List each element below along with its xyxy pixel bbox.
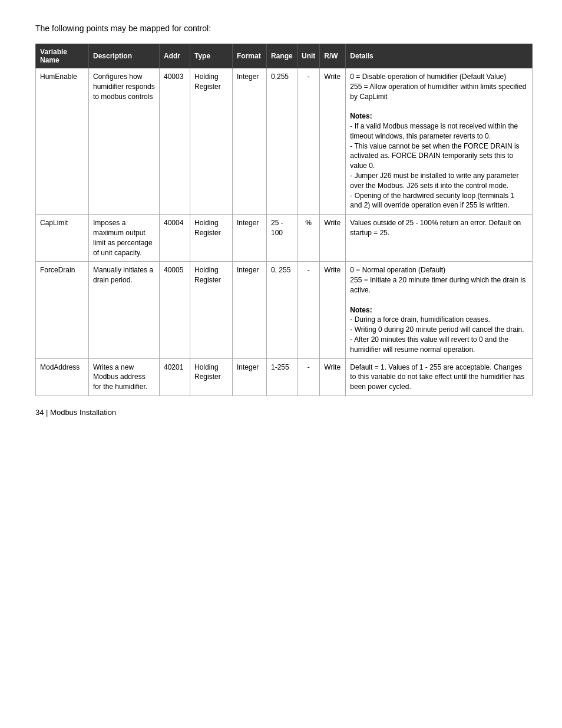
table-row: CapLimitImposes a maximum output limit a…	[36, 215, 533, 262]
cell-addr: 40005	[160, 262, 190, 358]
cell-varname: ModAddress	[36, 358, 89, 396]
cell-addr: 40003	[160, 68, 190, 215]
cell-format: Integer	[233, 68, 267, 215]
cell-description: Manually initiates a drain period.	[89, 262, 160, 358]
table-row: ForceDrainManually initiates a drain per…	[36, 262, 533, 358]
header-details: Details	[346, 44, 533, 68]
cell-details: 0 = Normal operation (Default)255 = Init…	[346, 262, 533, 358]
cell-rw: Write	[320, 68, 346, 215]
cell-range: 1-255	[267, 358, 297, 396]
cell-addr: 40004	[160, 215, 190, 262]
cell-varname: HumEnable	[36, 68, 89, 215]
cell-range: 25 - 100	[267, 215, 297, 262]
cell-format: Integer	[233, 215, 267, 262]
cell-type: Holding Register	[190, 68, 233, 215]
cell-varname: CapLimit	[36, 215, 89, 262]
cell-rw: Write	[320, 262, 346, 358]
cell-type: Holding Register	[190, 215, 233, 262]
cell-unit: %	[297, 215, 320, 262]
intro-text: The following points may be mapped for c…	[35, 24, 533, 33]
cell-unit: -	[297, 262, 320, 358]
cell-details: 0 = Disable operation of humidifier (Def…	[346, 68, 533, 215]
footer-section: Modbus Installation	[50, 408, 116, 417]
cell-description: Writes a new Modbus address for the humi…	[89, 358, 160, 396]
cell-details: Values outside of 25 - 100% return an er…	[346, 215, 533, 262]
cell-addr: 40201	[160, 358, 190, 396]
table-row: HumEnableConfigures how humidifier respo…	[36, 68, 533, 215]
cell-format: Integer	[233, 358, 267, 396]
cell-varname: ForceDrain	[36, 262, 89, 358]
header-unit: Unit	[297, 44, 320, 68]
cell-details: Default = 1. Values of 1 - 255 are accep…	[346, 358, 533, 396]
page-number: 34	[35, 408, 44, 417]
cell-type: Holding Register	[190, 262, 233, 358]
modbus-table: Variable Name Description Addr Type Form…	[35, 44, 533, 396]
cell-description: Imposes a maximum output limit as percen…	[89, 215, 160, 262]
cell-format: Integer	[233, 262, 267, 358]
cell-description: Configures how humidifier responds to mo…	[89, 68, 160, 215]
table-row: ModAddressWrites a new Modbus address fo…	[36, 358, 533, 396]
header-type: Type	[190, 44, 233, 68]
cell-unit: -	[297, 68, 320, 215]
cell-unit: -	[297, 358, 320, 396]
cell-rw: Write	[320, 215, 346, 262]
header-addr: Addr	[160, 44, 190, 68]
header-format: Format	[233, 44, 267, 68]
header-rw: R/W	[320, 44, 346, 68]
cell-type: Holding Register	[190, 358, 233, 396]
cell-range: 0,255	[267, 68, 297, 215]
header-description: Description	[89, 44, 160, 68]
header-varname: Variable Name	[36, 44, 89, 68]
cell-range: 0, 255	[267, 262, 297, 358]
footer: 34 | Modbus Installation	[35, 408, 533, 417]
header-range: Range	[267, 44, 297, 68]
cell-rw: Write	[320, 358, 346, 396]
